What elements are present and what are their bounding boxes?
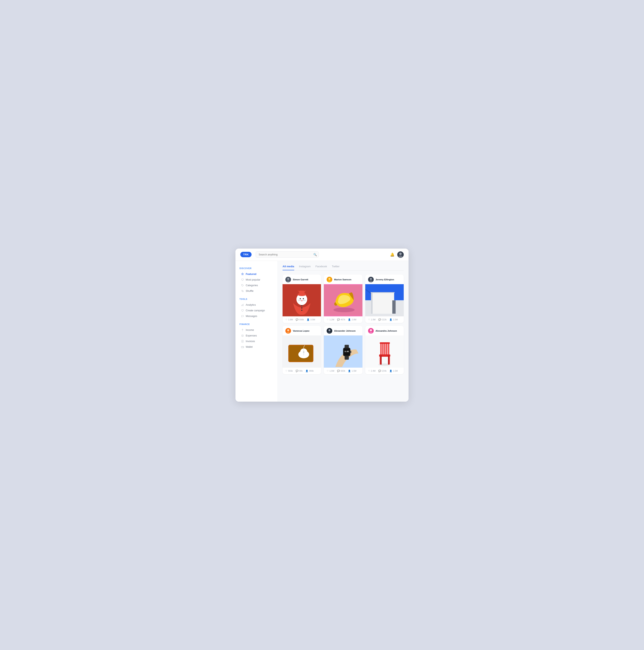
expenses-icon (241, 334, 244, 337)
stat-comments-2: 💬 457k (337, 318, 345, 321)
svg-point-16 (300, 298, 301, 299)
stat-followers-2: 👤 2.8M (348, 318, 356, 321)
heart-icon (241, 278, 244, 281)
stat-comments-3: 💬 222k (378, 318, 386, 321)
media-card-1: Simon Garrett (282, 275, 321, 323)
author-jeremy: Jeremy Ellington (376, 278, 394, 281)
main-layout: DISCOVER Featured Most popular (235, 261, 409, 402)
stat-comments-4: 💬 98k (296, 370, 303, 372)
logo-button[interactable]: TRK (240, 252, 251, 257)
tabs: All media Instagram Facebook Twitter (282, 265, 404, 270)
author-alexander: Alexander Johnson (334, 330, 355, 332)
sidebar-item-income[interactable]: Income (239, 327, 273, 333)
author-marion: Marion Samson (334, 278, 351, 281)
card-image-3 (365, 284, 404, 316)
svg-rect-71 (388, 343, 389, 355)
search-icon: 🔍 (313, 253, 317, 256)
card-stats-3: ♡ 1.0M 💬 222k 👤 1.5M (365, 316, 404, 323)
svg-rect-40 (371, 292, 395, 293)
user-avatar[interactable] (397, 251, 404, 258)
card-stats-1: ♡ 1.8M 💬 556k 👤 3.5M (282, 316, 321, 323)
header-actions: 🔔 (390, 251, 404, 258)
svg-rect-39 (393, 300, 396, 313)
svg-rect-72 (379, 342, 390, 344)
tab-all-media[interactable]: All media (282, 265, 294, 270)
svg-rect-37 (371, 292, 373, 314)
comment-stat-icon: 💬 (296, 318, 299, 321)
svg-rect-70 (386, 343, 387, 355)
card-header-3: Jeremy Ellington (365, 275, 404, 284)
sidebar-item-messages[interactable]: Messages (239, 314, 273, 319)
finance-title: FINANCE (239, 323, 273, 325)
svg-point-17 (303, 298, 304, 299)
messages-label: Messages (246, 315, 257, 318)
card-stats-2: ♡ 1.2M 💬 457k 👤 2.8M (324, 316, 362, 323)
sidebar-item-wallet[interactable]: Wallet (239, 344, 273, 350)
sidebar-item-featured[interactable]: Featured (239, 272, 273, 277)
tools-title: TOOLS (239, 298, 273, 300)
tab-instagram[interactable]: Instagram (299, 265, 311, 270)
avatar-alexander (327, 328, 332, 334)
invoices-label: Invoices (246, 340, 255, 343)
sidebar-item-analytics[interactable]: Analytics (239, 302, 273, 308)
tab-twitter[interactable]: Twitter (332, 265, 340, 270)
svg-rect-15 (299, 291, 304, 295)
sidebar-item-invoices[interactable]: Invoices (239, 339, 273, 344)
avatar-marion (327, 277, 332, 282)
svg-point-53 (329, 329, 331, 331)
svg-point-25 (301, 310, 303, 311)
sidebar-item-create-campaign[interactable]: Create campaign (239, 308, 273, 313)
svg-point-27 (329, 278, 331, 280)
stat-followers-6: 👤 1.5M (389, 370, 398, 372)
expenses-label: Expenses (246, 334, 257, 337)
shuffle-icon (241, 290, 244, 292)
stat-followers-3: 👤 1.5M (389, 318, 398, 321)
svg-point-42 (287, 329, 289, 331)
stat-likes-5: ♡ 1.5M (327, 370, 334, 372)
bell-icon[interactable]: 🔔 (390, 252, 395, 257)
media-grid: Simon Garrett (282, 275, 404, 374)
sidebar-item-most-popular[interactable]: Most popular (239, 277, 273, 282)
wallet-icon (241, 346, 244, 348)
stat-likes-2: ♡ 1.2M (327, 318, 334, 321)
card-image-1 (282, 284, 321, 316)
svg-text:6:08: 6:08 (345, 350, 349, 352)
header: TRK 🔍 🔔 (235, 249, 409, 261)
card-stats-4: ♡ 555k 💬 98k 👤 990k (282, 368, 321, 374)
wallet-label: Wallet (246, 346, 252, 348)
discover-group: DISCOVER Featured Most popular (239, 267, 273, 294)
card-header-5: Alexander Johnson (324, 326, 362, 335)
search-bar: 🔍 (256, 251, 319, 258)
card-header-6: Alexandra Johnson (365, 326, 404, 335)
media-card-5: Alexander Johnson (324, 326, 362, 374)
media-card-4: Vanessa Lopez (282, 326, 321, 374)
svg-point-9 (287, 278, 289, 280)
stat-followers-5: 👤 1.5M (348, 370, 356, 372)
person-stat-icon: 👤 (307, 318, 309, 321)
finance-group: FINANCE Income Expenses (239, 323, 273, 350)
svg-point-23 (301, 305, 303, 306)
stat-comments-6: 💬 234k (378, 370, 386, 372)
svg-rect-76 (380, 355, 381, 365)
tab-facebook[interactable]: Facebook (315, 265, 327, 270)
stat-comments-5: 💬 660k (337, 370, 345, 372)
sidebar-item-shuffle[interactable]: Shuffle (239, 288, 273, 294)
svg-rect-36 (371, 292, 394, 314)
discover-title: DISCOVER (239, 267, 273, 269)
sidebar-item-expenses[interactable]: Expenses (239, 333, 273, 338)
search-input[interactable] (256, 251, 319, 258)
campaign-icon (241, 309, 244, 312)
svg-point-63 (370, 329, 372, 331)
messages-icon (241, 315, 244, 318)
sidebar: DISCOVER Featured Most popular (235, 261, 278, 402)
svg-point-3 (242, 285, 242, 285)
card-stats-6: ♡ 2.4M 💬 234k 👤 1.5M (365, 368, 404, 374)
create-campaign-label: Create campaign (246, 309, 265, 312)
avatar-vanessa (285, 328, 291, 334)
author-simon: Simon Garrett (293, 278, 308, 281)
sidebar-item-categories[interactable]: Categories (239, 283, 273, 288)
stat-followers-1: 👤 3.5M (307, 318, 315, 321)
svg-point-18 (301, 300, 303, 301)
categories-label: Categories (246, 284, 258, 287)
svg-rect-60 (345, 356, 349, 359)
